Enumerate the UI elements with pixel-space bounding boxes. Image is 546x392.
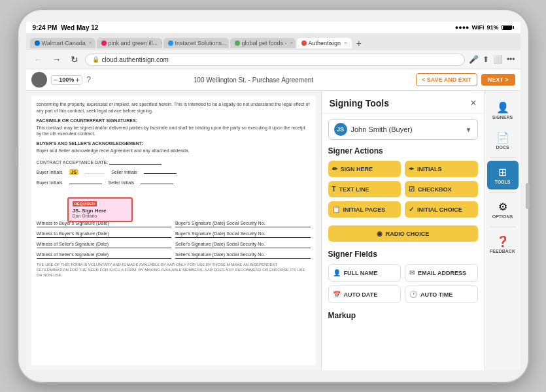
reload-button[interactable]: ↻ bbox=[68, 53, 81, 66]
tab-close-walmart[interactable]: × bbox=[89, 40, 92, 46]
witness-right-2: Buyer's Signature (Date) Social Security… bbox=[175, 231, 311, 238]
ipad-frame: 9:24 PM Wed May 12 ●●●● WiFi 91% Walmart… bbox=[18, 10, 528, 382]
initial-choice-button[interactable]: ✓ INITIAL CHOICE bbox=[405, 201, 478, 218]
save-exit-label: < SAVE AND EXIT bbox=[422, 76, 471, 83]
signer-dropdown[interactable]: JS John Smith (Buyer) ▼ bbox=[328, 119, 478, 140]
help-button[interactable]: ? bbox=[86, 75, 91, 84]
signer-fields-title: Signer Fields bbox=[328, 250, 478, 259]
auto-date-icon: 📅 bbox=[333, 291, 341, 298]
sign-here-button[interactable]: ✏ SIGN HERE bbox=[328, 161, 401, 177]
facsimile-title: FACSIMILE OR COUNTERPART SIGNATURES: bbox=[37, 118, 311, 123]
doc-para1: concerning the property, expressed or im… bbox=[37, 101, 311, 114]
forward-button[interactable]: → bbox=[50, 53, 64, 66]
sidebar-tab-docs[interactable]: 📄 DOCS bbox=[487, 126, 519, 155]
tab-close-auth[interactable]: × bbox=[344, 40, 347, 46]
sidebar-tab-feedback[interactable]: ❓ FEEDBACK bbox=[487, 230, 519, 259]
witness-right-1: Buyer's Signature (Date) Social Security… bbox=[175, 221, 311, 227]
tab-authentisign[interactable]: Authentisign × bbox=[297, 38, 352, 48]
initials-icon: ✒ bbox=[409, 165, 414, 172]
buyer-field2 bbox=[69, 178, 102, 184]
signer-name: John Smith (Buyer) bbox=[351, 125, 466, 133]
battery-percent: 91% bbox=[486, 24, 498, 31]
tab-label-global: global pet foods - bbox=[242, 40, 287, 46]
sign-sub: Dan Ontario bbox=[73, 214, 128, 218]
tab-pink[interactable]: pink and green ill... × bbox=[97, 38, 162, 48]
signers-label: SIGNERS bbox=[492, 115, 513, 120]
seller-field2 bbox=[141, 178, 173, 184]
auto-date-button[interactable]: 📅 AUTO DATE bbox=[328, 286, 401, 303]
radio-choice-icon: ◉ bbox=[377, 230, 383, 237]
sign-here-label: SIGN HERE bbox=[341, 166, 373, 172]
checkbox-button[interactable]: ☑ CHECKBOX bbox=[405, 181, 478, 197]
auto-date-label: AUTO DATE bbox=[344, 291, 378, 298]
initials-button[interactable]: ✒ INITIALS bbox=[405, 161, 478, 177]
tab-close-global[interactable]: × bbox=[290, 40, 294, 46]
sidebar-tab-tools[interactable]: ⊞ TOOLS bbox=[487, 161, 519, 189]
more-button[interactable]: ••• bbox=[507, 55, 515, 64]
panel-close-button[interactable]: × bbox=[470, 97, 476, 109]
tab-instanet[interactable]: Instanet Solutions... × bbox=[163, 38, 229, 48]
options-icon: ⚙ bbox=[498, 201, 507, 213]
main-content: concerning the property, expressed or im… bbox=[26, 91, 520, 370]
full-name-button[interactable]: 👤 FULL NAME bbox=[328, 264, 401, 282]
next-button[interactable]: NEXT > bbox=[481, 74, 515, 86]
tab-global[interactable]: global pet foods - × bbox=[230, 38, 296, 48]
date-display: Wed May 12 bbox=[61, 24, 98, 31]
tab-favicon-walmart bbox=[35, 41, 40, 46]
document-area: concerning the property, expressed or im… bbox=[26, 91, 321, 370]
actions-grid: ✏ SIGN HERE ✒ INITIALS T TEXT LINE ☑ bbox=[328, 161, 478, 218]
email-address-button[interactable]: ✉ EMAIL ADDRESS bbox=[405, 264, 478, 282]
text-line-button[interactable]: T TEXT LINE bbox=[328, 181, 401, 197]
full-name-label: FULL NAME bbox=[344, 270, 378, 276]
fields-grid: 👤 FULL NAME ✉ EMAIL ADDRESS 📅 AUTO DATE bbox=[328, 264, 478, 303]
signer-actions-title: Signer Actions bbox=[328, 146, 478, 155]
right-sidebar: 👤 SIGNERS 📄 DOCS ⊞ TOOLS ⚙ OPTIONS bbox=[485, 91, 520, 370]
sidebar-divider2 bbox=[490, 192, 516, 193]
zoom-out-button[interactable]: − bbox=[54, 76, 58, 84]
zoom-value: 100% bbox=[59, 76, 74, 83]
ipad-screen: 9:24 PM Wed May 12 ●●●● WiFi 91% Walmart… bbox=[26, 22, 520, 370]
tab-walmart[interactable]: Walmart Canada × bbox=[30, 38, 95, 48]
url-text: cloud.authentisign.com bbox=[102, 56, 169, 63]
sidebar-tab-options[interactable]: ⚙ OPTIONS bbox=[487, 195, 519, 224]
sign-here-icon: ✏ bbox=[332, 165, 337, 172]
document-paper: concerning the property, expressed or im… bbox=[31, 96, 316, 365]
save-exit-button[interactable]: < SAVE AND EXIT bbox=[416, 73, 477, 86]
buyer-initials-label2: Buyer Initials bbox=[37, 180, 63, 185]
initials-row: Buyer Initials JS Seller Initials bbox=[37, 167, 311, 175]
zoom-in-button[interactable]: + bbox=[75, 76, 79, 84]
zoom-controls: − 100% + bbox=[51, 75, 83, 85]
tab-label-auth: Authentisign bbox=[309, 40, 341, 46]
home-button[interactable] bbox=[526, 183, 530, 209]
initial-pages-button[interactable]: 📋 INITIAL PAGES bbox=[328, 201, 401, 218]
tools-label: TOOLS bbox=[495, 180, 511, 184]
microphone-button[interactable]: 🎤 bbox=[469, 55, 479, 64]
seller-initials-label: Seller Initials bbox=[111, 170, 137, 174]
add-tab-button[interactable]: + bbox=[353, 37, 365, 49]
address-bar[interactable]: 🔒 cloud.authentisign.com bbox=[85, 54, 465, 66]
checkbox-icon: ☑ bbox=[409, 186, 415, 193]
witness-left-2: Witness to Buyer's Signature (Date) bbox=[37, 231, 172, 238]
required-sign-box[interactable]: REQUIRED JS- Sign Here Dan Ontario bbox=[67, 197, 133, 222]
auto-time-button[interactable]: 🕐 AUTO TIME bbox=[405, 286, 478, 303]
text-line-icon: T bbox=[332, 186, 336, 193]
radio-choice-button[interactable]: ◉ RADIO CHOICE bbox=[328, 225, 478, 242]
initial-choice-icon: ✓ bbox=[409, 206, 414, 213]
sidebar-tab-signers[interactable]: 👤 SIGNERS bbox=[487, 96, 519, 125]
docs-icon: 📄 bbox=[496, 131, 509, 144]
checkbox-label: CHECKBOX bbox=[418, 186, 452, 193]
witness-row-4: Witness of Seller's Signature (Date) Sel… bbox=[37, 252, 311, 259]
feedback-icon: ❓ bbox=[496, 235, 509, 248]
text-line-label: TEXT LINE bbox=[339, 186, 369, 193]
share-button[interactable]: ⬆ bbox=[483, 55, 489, 64]
back-button[interactable]: ← bbox=[31, 53, 46, 66]
tab-favicon-instanet bbox=[168, 41, 173, 46]
date-field bbox=[109, 158, 162, 165]
tab-favicon-global bbox=[235, 41, 240, 46]
witness-row-2: Witness to Buyer's Signature (Date) Buye… bbox=[37, 231, 311, 238]
tab-close-pink[interactable]: × bbox=[161, 40, 162, 46]
full-name-icon: 👤 bbox=[333, 269, 341, 276]
disclaimer-text: THE USE OF THIS FORM IS VOLUNTARY AND IS… bbox=[37, 263, 311, 278]
volume-button[interactable] bbox=[15, 147, 18, 167]
tabs-button[interactable]: ⬜ bbox=[493, 55, 503, 64]
